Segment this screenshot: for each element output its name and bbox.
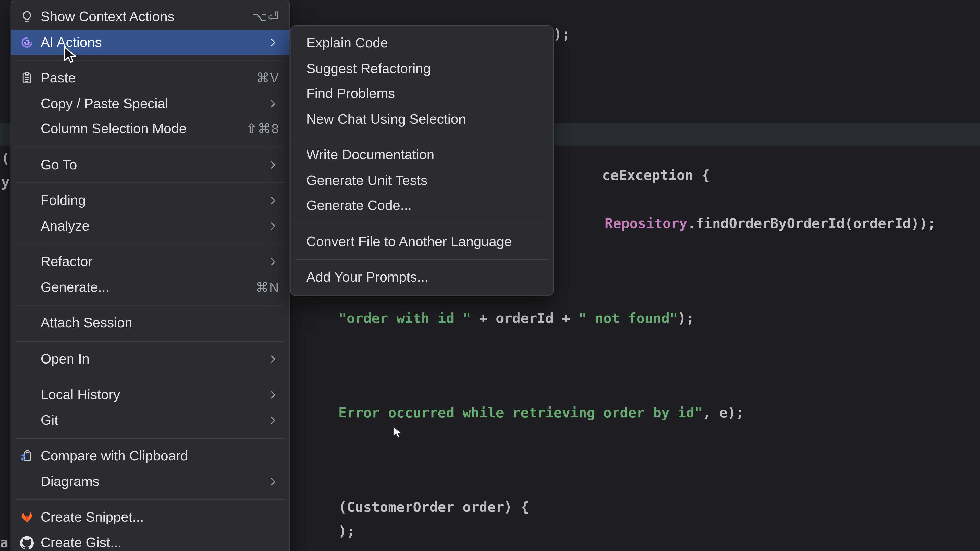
- compare-clipboard-icon: [19, 449, 34, 463]
- code-fragment: y: [1, 174, 10, 191]
- icon-spacer: [19, 280, 34, 294]
- code-segment: a: [0, 535, 8, 550]
- code-segment: .findOrderByOrderId(orderId));: [687, 216, 936, 231]
- menu-item-local-history[interactable]: Local History: [11, 383, 290, 408]
- submenu-item-add-your-prompts[interactable]: Add Your Prompts...: [291, 265, 553, 290]
- menu-item-label: Go To: [41, 157, 77, 173]
- code-segment: "order with id ": [339, 310, 471, 326]
- menu-item-create-snippet[interactable]: Create Snippet...: [11, 505, 290, 530]
- menu-item-label: Diagrams: [41, 473, 100, 490]
- code-segment: y: [1, 174, 10, 190]
- submenu-arrow-icon: [267, 256, 280, 268]
- icon-spacer: [19, 316, 34, 330]
- menu-item-copy-paste-special[interactable]: Copy / Paste Special: [11, 91, 290, 116]
- menu-item-diagrams[interactable]: Diagrams: [11, 469, 290, 494]
- icon-spacer: [19, 388, 34, 402]
- menu-shortcut: ⌘N: [256, 280, 279, 295]
- code-segment: (CustomerOrder order) {: [339, 499, 529, 515]
- menu-item-label: Column Selection Mode: [41, 121, 186, 137]
- menu-item-label: AI Actions: [41, 34, 102, 51]
- menu-item-git[interactable]: Git: [11, 408, 290, 433]
- menu-item-label: Copy / Paste Special: [41, 95, 168, 112]
- menu-item-label: Explain Code: [306, 35, 388, 52]
- menu-shortcut: ⌘V: [256, 71, 280, 86]
- menu-item-refactor[interactable]: Refactor: [11, 249, 290, 275]
- code-segment: );: [339, 524, 355, 539]
- menu-item-folding[interactable]: Folding: [11, 188, 290, 213]
- icon-spacer: [19, 122, 34, 136]
- code-segment: , e);: [703, 405, 744, 421]
- submenu-arrow-icon: [267, 389, 280, 401]
- menu-item-show-context-actions[interactable]: Show Context Actions ⌥⏎: [11, 4, 290, 30]
- icon-spacer: [19, 194, 34, 208]
- menu-item-label: Git: [41, 412, 58, 429]
- submenu-arrow-icon: [267, 220, 280, 232]
- code-segment: ceException {: [602, 167, 710, 183]
- ide-screen: .getLog(OrderService.class); ceException…: [0, 0, 980, 551]
- submenu-arrow-icon: [267, 36, 280, 48]
- submenu-item-generate-code[interactable]: Generate Code...: [291, 193, 553, 218]
- menu-separator: [296, 137, 548, 137]
- menu-item-label: Generate Code...: [306, 197, 412, 214]
- menu-shortcut: ⌥⏎: [252, 10, 279, 24]
- menu-item-go-to[interactable]: Go To: [11, 152, 290, 177]
- code-line: );: [289, 505, 355, 551]
- menu-item-open-in[interactable]: Open In: [11, 346, 290, 372]
- submenu-item-find-problems[interactable]: Find Problems: [291, 81, 553, 106]
- code-segment: Repository: [605, 216, 687, 231]
- code-segment: );: [554, 26, 570, 42]
- menu-item-ai-actions[interactable]: AI Actions: [11, 30, 290, 55]
- menu-separator: [16, 377, 285, 377]
- submenu-item-convert-file-to-another-language[interactable]: Convert File to Another Language: [291, 229, 553, 254]
- paste-icon: [19, 71, 34, 86]
- menu-item-analyze[interactable]: Analyze: [11, 213, 290, 238]
- menu-item-create-gist[interactable]: Create Gist...: [11, 530, 290, 551]
- submenu-item-new-chat-using-selection[interactable]: New Chat Using Selection: [291, 106, 553, 132]
- code-segment: + orderId +: [471, 310, 579, 326]
- menu-separator: [296, 224, 548, 224]
- menu-separator: [296, 259, 548, 260]
- menu-item-label: Generate Unit Tests: [306, 172, 428, 189]
- menu-item-label: Create Snippet...: [41, 510, 144, 526]
- icon-spacer: [19, 158, 34, 172]
- menu-item-label: Compare with Clipboard: [41, 448, 188, 465]
- menu-item-attach-session[interactable]: Attach Session: [11, 310, 290, 336]
- menu-separator: [16, 183, 285, 183]
- code-segment: );: [678, 310, 694, 326]
- code-segment: (: [1, 151, 10, 166]
- menu-item-label: Suggest Refactoring: [306, 60, 431, 77]
- code-fragment: a: [0, 534, 8, 551]
- menu-item-label: Local History: [41, 387, 120, 403]
- menu-item-label: Generate...: [41, 279, 110, 295]
- menu-item-paste[interactable]: Paste ⌘V: [11, 65, 290, 91]
- code-line: Repository.findOrderByOrderId(orderId));: [555, 197, 936, 250]
- submenu-item-explain-code[interactable]: Explain Code: [291, 30, 553, 56]
- menu-item-label: Refactor: [41, 254, 93, 270]
- submenu-item-generate-unit-tests[interactable]: Generate Unit Tests: [291, 168, 553, 193]
- menu-item-label: Convert File to Another Language: [306, 233, 512, 250]
- menu-item-column-selection-mode[interactable]: Column Selection Mode ⇧⌘8: [11, 116, 290, 141]
- ai-actions-submenu: Explain Code Suggest Refactoring Find Pr…: [290, 25, 554, 296]
- icon-spacer: [19, 219, 34, 233]
- menu-item-compare-with-clipboard[interactable]: Compare with Clipboard: [11, 444, 290, 469]
- menu-item-generate[interactable]: Generate... ⌘N: [11, 275, 290, 300]
- code-segment: Error occurred while retrieving order by…: [339, 405, 703, 421]
- code-segment: " not found": [579, 310, 678, 326]
- lightbulb-icon: [19, 10, 34, 24]
- menu-separator: [16, 438, 285, 438]
- submenu-arrow-icon: [267, 475, 280, 488]
- menu-item-label: Create Gist...: [41, 535, 121, 551]
- menu-item-label: Write Documentation: [306, 147, 434, 163]
- menu-separator: [16, 341, 285, 341]
- icon-spacer: [19, 97, 34, 111]
- code-fragment: (: [1, 150, 10, 168]
- code-line: Error occurred while retrieving order by…: [289, 387, 744, 439]
- menu-item-label: Add Your Prompts...: [306, 269, 428, 286]
- github-icon: [19, 535, 34, 550]
- submenu-item-write-documentation[interactable]: Write Documentation: [291, 142, 553, 168]
- menu-separator: [16, 146, 285, 147]
- menu-item-label: Find Problems: [306, 86, 395, 102]
- menu-separator: [16, 244, 285, 244]
- submenu-item-suggest-refactoring[interactable]: Suggest Refactoring: [291, 56, 553, 81]
- menu-item-label: Attach Session: [41, 315, 132, 331]
